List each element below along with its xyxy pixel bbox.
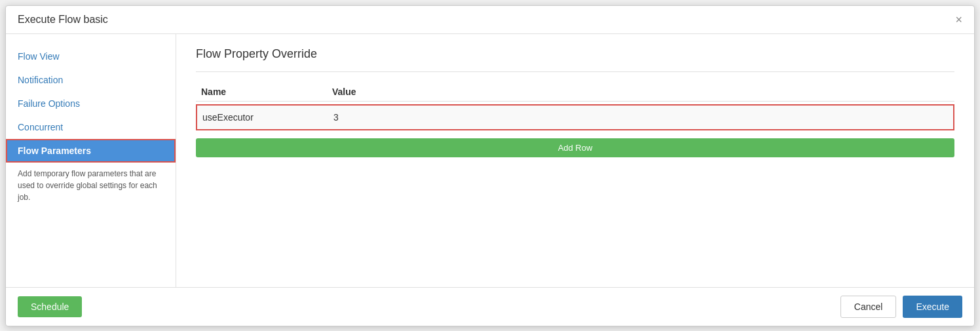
column-header-value: Value (327, 87, 458, 97)
sidebar-item-notification[interactable]: Notification (6, 68, 176, 92)
cancel-button[interactable]: Cancel (840, 296, 897, 318)
sidebar-item-flow-view[interactable]: Flow View (6, 45, 176, 68)
sidebar-description: Add temporary flow parameters that are u… (6, 163, 176, 208)
main-content: Flow Property Override Name Value useExe… (176, 34, 974, 287)
modal-header: Execute Flow basic × (6, 6, 974, 34)
cell-name: useExecutor (197, 106, 328, 129)
cell-value: 3 (328, 106, 459, 129)
modal: Execute Flow basic × Flow View Notificat… (5, 5, 975, 326)
content-divider (196, 71, 954, 72)
close-button[interactable]: × (955, 14, 962, 26)
column-header-name: Name (196, 87, 327, 97)
sidebar-item-concurrent[interactable]: Concurrent (6, 115, 176, 139)
table-row: useExecutor 3 (196, 104, 954, 130)
modal-body: Flow View Notification Failure Options C… (6, 34, 974, 287)
section-title: Flow Property Override (196, 47, 954, 61)
footer-right-buttons: Cancel Execute (840, 296, 962, 318)
sidebar-item-flow-parameters[interactable]: Flow Parameters (6, 139, 176, 163)
sidebar-item-failure-options[interactable]: Failure Options (6, 92, 176, 115)
sidebar: Flow View Notification Failure Options C… (6, 34, 176, 287)
modal-overlay: Execute Flow basic × Flow View Notificat… (0, 0, 980, 331)
modal-footer: Schedule Cancel Execute (6, 287, 974, 326)
add-row-button[interactable]: Add Row (196, 138, 954, 157)
execute-button[interactable]: Execute (903, 296, 962, 318)
property-table: Name Value useExecutor 3 (196, 83, 954, 130)
schedule-button[interactable]: Schedule (18, 296, 82, 317)
modal-title: Execute Flow basic (18, 14, 108, 26)
table-header: Name Value (196, 83, 954, 102)
